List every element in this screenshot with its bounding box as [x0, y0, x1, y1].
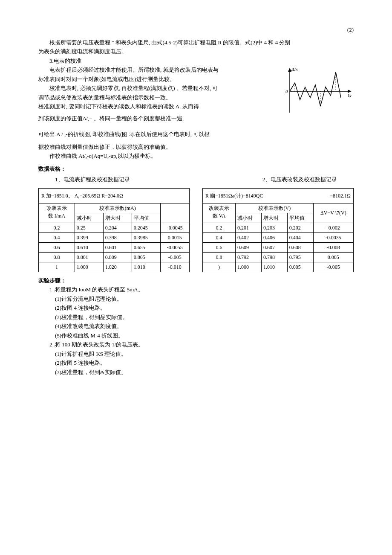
- col-label: 数 VA: [213, 213, 226, 219]
- list-item: (1)计算扩程电阻 KS 理论值。: [38, 350, 354, 358]
- paragraph: 作校准曲线 At/,-q(Aq=U,-up,以以为横坐标。: [38, 152, 354, 160]
- table2-caption: 2、电压表改装及校准数据记录: [262, 175, 337, 184]
- paragraph: 据校准曲线对测量值做出修正，以获得较高的准确值。: [38, 143, 354, 151]
- cell: 0.607: [261, 242, 287, 252]
- cell: 0.005: [313, 252, 353, 262]
- col-label: 改装表示: [46, 205, 67, 211]
- list-item: (1)计算分流电阻尼理论值。: [38, 295, 354, 303]
- table2: 改装表示 数 VA 校准表示数(V) ΔV=V-\7(V) 减小时 增大时 平均…: [202, 203, 354, 272]
- table2-header-line: R 幽=1851Ωa(计)=8149QC =8102.1Ω: [202, 188, 354, 203]
- cell: 0.4: [39, 232, 75, 242]
- cell: 0.0015: [160, 232, 189, 242]
- section-steps-heading: 实验步骤：: [38, 276, 354, 285]
- table2-header-right: =8102.1Ω: [330, 192, 351, 200]
- table1-wrap: R 加=1851.0。 Λ,=205.65Ω R=204.0Ω 改装表示 数 I…: [38, 188, 190, 272]
- cell: 0.005: [287, 262, 313, 272]
- cell: 0.202: [287, 223, 313, 232]
- paragraph: 为表头的满刻度电流和满刻度电压。: [38, 47, 354, 56]
- table-row: 0.2 0.201 0.203 0.202 -0.002: [203, 223, 354, 232]
- cell: 0.609: [236, 242, 262, 252]
- graph-x-label: Ix: [347, 93, 352, 98]
- table-row: 0.2 0.25 0.204 0.2045 -0.0045: [39, 223, 190, 232]
- cell: 0.8: [203, 252, 236, 262]
- graph-y-label: ΔIx: [291, 67, 298, 72]
- table-row: 0.6 0.609 0.607 0.608 -0.008: [203, 242, 354, 252]
- calibration-graph: 0 ΔIx Ix: [285, 66, 354, 117]
- cell: 0.809: [103, 252, 132, 262]
- cell: 0.203: [261, 223, 287, 232]
- cell: 0.201: [236, 223, 262, 232]
- cell: 0.406: [261, 232, 287, 242]
- steps-list: 1 .将量程为 IooM 的表头扩程至 5mA。 (1)计算分流电阻尼理论值。 …: [38, 285, 354, 376]
- cell: 0.399: [75, 232, 103, 242]
- cell: ): [203, 262, 236, 272]
- table-row: 0.4 0.399 0.398 0.3985 0.0015: [39, 232, 190, 242]
- cell: 0.404: [287, 232, 313, 242]
- table-row: 0.4 0.402 0.406 0.404 -0.0035: [203, 232, 354, 242]
- cell: -0.0035: [313, 232, 353, 242]
- cell: 1.010: [261, 262, 287, 272]
- list-item: (5)作校准曲线 M-4 折线图。: [38, 331, 354, 340]
- graph-origin-label: 0: [285, 89, 288, 94]
- cell: 0.3985: [132, 232, 160, 242]
- paragraph: 根据所需要的电压表量程 ″ 和表头内阻尺, 由式(4.5-2)可算出扩程电阻 R…: [38, 38, 354, 47]
- cell: 1.000: [236, 262, 262, 272]
- table1-header-line: R 加=1851.0。 Λ,=205.65Ω R=204.0Ω: [38, 188, 190, 203]
- cell: 0.402: [236, 232, 262, 242]
- col-label: 校准表示数(V): [236, 203, 314, 213]
- col-label: 减小时: [236, 213, 262, 223]
- equation-number: (2): [38, 26, 354, 34]
- col-label: 减小时: [75, 213, 103, 223]
- svg-marker-1: [288, 68, 291, 72]
- cell: 0.4: [203, 232, 236, 242]
- cell: 0.204: [103, 223, 132, 232]
- table-row: 0.8 0.792 0.798 0.795 0.005: [203, 252, 354, 262]
- cell: 1: [39, 262, 75, 272]
- col-label: 增大时: [103, 213, 132, 223]
- cell: 0.801: [75, 252, 103, 262]
- table-row: 改装表示 数 I/mA 校准表示数(mA): [39, 203, 190, 213]
- paragraph: 可绘出 A / ,-的折线图, 即校准曲线(图 3).在以后使用这个电表时, 可…: [38, 130, 354, 139]
- cell: 0.398: [103, 232, 132, 242]
- cell: -0.010: [160, 262, 189, 272]
- table1-caption: 1、电流表扩程及校准数据记录: [55, 175, 130, 184]
- list-item: 2 .将 100 期的表头改装为 1/的电压表。: [38, 340, 354, 349]
- list-item: (2)按图 4 连接电路。: [38, 304, 354, 312]
- cell: -0.005: [160, 252, 189, 262]
- table-row: 1 1.000 1.020 1.010 -0.010: [39, 262, 190, 272]
- list-item: (3)校准量程，得到品实际值。: [38, 313, 354, 322]
- cell: -0.002: [313, 223, 353, 232]
- col-label: 平均值: [287, 213, 313, 223]
- list-item: (4)校准改装电流表刻度值。: [38, 322, 354, 331]
- table2-header-left: R 幽=1851Ωa(计)=8149QC: [205, 192, 263, 200]
- list-item: (3)校准量程，得到&实际值。: [38, 368, 354, 377]
- cell: 0.6: [203, 242, 236, 252]
- table-row: ) 1.000 1.010 0.005 -0.005: [203, 262, 354, 272]
- col-label: ΔV=V-\7(V): [313, 203, 353, 223]
- subheading-3: 3.电表的校准: [38, 57, 354, 65]
- col-label: 平均值: [132, 213, 160, 223]
- cell: -0.0045: [160, 223, 189, 232]
- cell: 1.000: [75, 262, 103, 272]
- table-row: 0.8 0.801 0.809 0.805 -0.005: [39, 252, 190, 262]
- table-row: 0.6 0.610 0.601 0.655 -0.0055: [39, 242, 190, 252]
- cell: 1.020: [103, 262, 132, 272]
- table2-wrap: R 幽=1851Ωa(计)=8149QC =8102.1Ω 改装表示 数 VA …: [202, 188, 354, 272]
- cell: 0.2: [39, 223, 75, 232]
- cell: 0.601: [103, 242, 132, 252]
- cell: -0.008: [313, 242, 353, 252]
- col-label: 改装表示: [209, 205, 229, 211]
- cell: 0.805: [132, 252, 160, 262]
- col-label: 增大时: [261, 213, 287, 223]
- section-data-heading: 数据表格：: [38, 165, 354, 173]
- cell: 0.792: [236, 252, 262, 262]
- cell: 0.795: [287, 252, 313, 262]
- table1: 改装表示 数 I/mA 校准表示数(mA) 减小时 增大时 平均值 0.2 0.…: [38, 203, 190, 272]
- col-label: 数 I/mA: [48, 213, 65, 219]
- cell: 1.010: [132, 262, 160, 272]
- cell: 0.2045: [132, 223, 160, 232]
- col-label: [160, 203, 189, 223]
- col-label: 校准表示数(mA): [75, 203, 160, 213]
- table1-header-text: R 加=1851.0。 Λ,=205.65Ω R=204.0Ω: [41, 192, 123, 200]
- cell: 0.25: [75, 223, 103, 232]
